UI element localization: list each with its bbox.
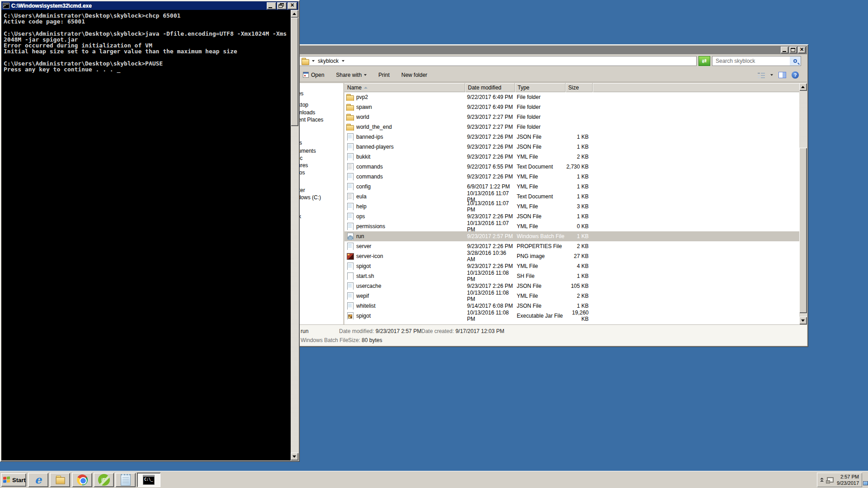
taskbar: Start e iP 2:57 PM 9/23/2017 — [0, 471, 868, 488]
taskbar-clock[interactable]: 2:57 PM 9/23/2017 — [837, 474, 859, 486]
start-button[interactable]: Start — [1, 473, 26, 487]
file-row[interactable]: server-icon3/28/2016 10:36 AMPNG image27… — [344, 251, 799, 261]
scrollbar-thumb[interactable] — [799, 148, 807, 313]
details-size-value: 80 bytes — [362, 337, 382, 343]
file-name: permissions — [356, 223, 385, 230]
file-list-scrollbar[interactable] — [799, 83, 807, 324]
column-header-filler — [593, 83, 799, 92]
help-icon[interactable]: ? — [792, 71, 799, 79]
file-row[interactable]: banned-players9/23/2017 2:26 PMJSON File… — [344, 142, 799, 152]
search-input[interactable] — [712, 58, 790, 64]
file-row[interactable]: server9/23/2017 2:26 PMPROPERTIES File2 … — [344, 241, 799, 251]
details-pane: run Windows Batch File Date modified: 9/… — [248, 324, 807, 346]
minimize-button[interactable] — [781, 47, 788, 53]
share-with-button[interactable]: Share with — [336, 72, 367, 78]
explorer-titlebar[interactable] — [248, 46, 807, 54]
file-row[interactable]: config6/9/2017 1:22 PMYML File1 KB — [344, 182, 799, 192]
explorer-taskbar-button[interactable] — [50, 473, 70, 487]
file-type: YML File — [515, 154, 566, 160]
page-icon — [346, 133, 354, 141]
scroll-up-button[interactable] — [799, 83, 807, 91]
page-icon — [346, 302, 354, 310]
scroll-down-button[interactable] — [291, 453, 298, 460]
show-hidden-icons-button[interactable] — [820, 478, 824, 482]
file-row[interactable]: banned-ips9/23/2017 2:26 PMJSON File1 KB — [344, 132, 799, 142]
file-name: usercache — [356, 283, 381, 289]
file-date-modified: 9/22/2017 6:49 PM — [465, 104, 515, 110]
file-name-cell: config — [344, 183, 465, 190]
column-header-name[interactable]: Name — [344, 83, 465, 92]
file-size: 105 KB — [566, 283, 593, 289]
show-desktop-button[interactable] — [863, 473, 868, 487]
file-row[interactable]: help10/13/2016 11:07 PMYML File3 KB — [344, 202, 799, 211]
column-header-date-modified[interactable]: Date modified — [465, 83, 515, 92]
close-button[interactable] — [288, 2, 297, 9]
restore-button[interactable] — [277, 2, 287, 9]
close-button[interactable] — [798, 47, 806, 53]
minimize-button[interactable] — [267, 2, 276, 9]
file-size: 1 KB — [566, 303, 593, 309]
file-row[interactable]: run9/23/2017 2:57 PMWindows Batch File1 … — [344, 231, 799, 241]
column-header-type[interactable]: Type — [515, 83, 566, 92]
search-button[interactable] — [790, 56, 801, 66]
file-row[interactable]: pvp29/22/2017 6:49 PMFile folder — [344, 92, 799, 102]
file-row[interactable]: commands9/23/2017 2:26 PMYML File1 KB — [344, 172, 799, 182]
address-bar[interactable]: skyblock — [293, 56, 697, 66]
column-header-size[interactable]: Size — [566, 83, 593, 92]
chevron-down-icon[interactable] — [770, 74, 773, 76]
refresh-button[interactable]: ⇄ — [698, 56, 710, 66]
change-view-icon[interactable] — [758, 72, 765, 78]
file-name: banned-players — [356, 144, 394, 150]
file-size: 1 KB — [566, 273, 593, 279]
cmd-taskbar-button[interactable] — [137, 473, 160, 487]
file-size: 2 KB — [566, 154, 593, 160]
console-scrollbar[interactable] — [291, 10, 298, 460]
scroll-up-button[interactable] — [291, 10, 298, 18]
notepad-button[interactable] — [115, 473, 136, 487]
scroll-down-button[interactable] — [799, 317, 807, 324]
file-name-cell: banned-players — [344, 143, 465, 150]
maximize-button[interactable] — [789, 47, 797, 53]
file-date-modified: 9/23/2017 2:26 PM — [465, 213, 515, 220]
file-row[interactable]: spigot9/23/2017 2:26 PMYML File4 KB — [344, 261, 799, 271]
file-date-modified: 9/23/2017 2:26 PM — [465, 144, 515, 150]
blank-icon — [346, 272, 354, 280]
no-ip-button[interactable]: iP — [94, 473, 114, 487]
file-row[interactable]: eula10/13/2016 11:07 PMText Document1 KB — [344, 192, 799, 202]
chevron-down-icon[interactable] — [342, 60, 344, 62]
windows-logo-icon — [3, 476, 10, 483]
file-row[interactable]: world9/23/2017 2:27 PMFile folder — [344, 112, 799, 122]
file-row[interactable]: commands9/22/2017 6:55 PMText Document2,… — [344, 162, 799, 172]
file-row[interactable]: bukkit9/23/2017 2:26 PMYML File2 KB — [344, 152, 799, 162]
file-name: commands — [356, 164, 383, 170]
scrollbar-thumb[interactable] — [291, 18, 298, 126]
chevron-down-icon[interactable] — [312, 60, 315, 62]
file-row[interactable]: world_the_end9/23/2017 2:27 PMFile folde… — [344, 122, 799, 132]
file-row[interactable]: spigot10/13/2016 11:08 PMExecutable Jar … — [344, 311, 799, 321]
file-date-modified: 9/23/2017 2:57 PM — [465, 233, 515, 239]
file-row[interactable]: ops9/23/2017 2:26 PMJSON File1 KB — [344, 211, 799, 221]
preview-pane-icon[interactable] — [778, 72, 786, 78]
cmd-titlebar[interactable]: C:\Windows\system32\cmd.exe — [1, 1, 298, 10]
file-row[interactable]: permissions10/13/2016 11:07 PMYML File0 … — [344, 221, 799, 231]
file-type: JSON File — [515, 283, 566, 289]
file-row[interactable]: wepif10/13/2016 11:08 PMYML File2 KB — [344, 291, 799, 301]
details-date-created-label: Date created: — [421, 328, 454, 334]
file-name: run — [356, 233, 364, 239]
file-name-cell: permissions — [344, 223, 465, 230]
file-row[interactable]: spawn9/22/2017 6:49 PMFile folder — [344, 102, 799, 112]
file-row[interactable]: usercache9/23/2017 2:26 PMJSON File105 K… — [344, 281, 799, 291]
print-button[interactable]: Print — [378, 72, 390, 78]
cmd-output: C:\Users\Administrator\Desktop\skyblock>… — [4, 13, 288, 72]
file-name-cell: commands — [344, 173, 465, 180]
new-folder-button[interactable]: New folder — [401, 72, 427, 78]
file-name: whitelist — [356, 303, 376, 309]
open-button[interactable]: Open — [303, 72, 324, 78]
file-row[interactable]: start.sh10/13/2016 11:08 PMSH File1 KB — [344, 271, 799, 281]
chrome-button[interactable] — [72, 473, 92, 487]
breadcrumb-segment[interactable]: skyblock — [318, 58, 339, 64]
file-name-cell: whitelist — [344, 302, 465, 310]
explorer-window: skyblock ⇄ Open Share with Print New fol… — [246, 44, 808, 347]
network-tray-icon[interactable] — [827, 477, 834, 483]
internet-explorer-button[interactable]: e — [28, 473, 48, 487]
